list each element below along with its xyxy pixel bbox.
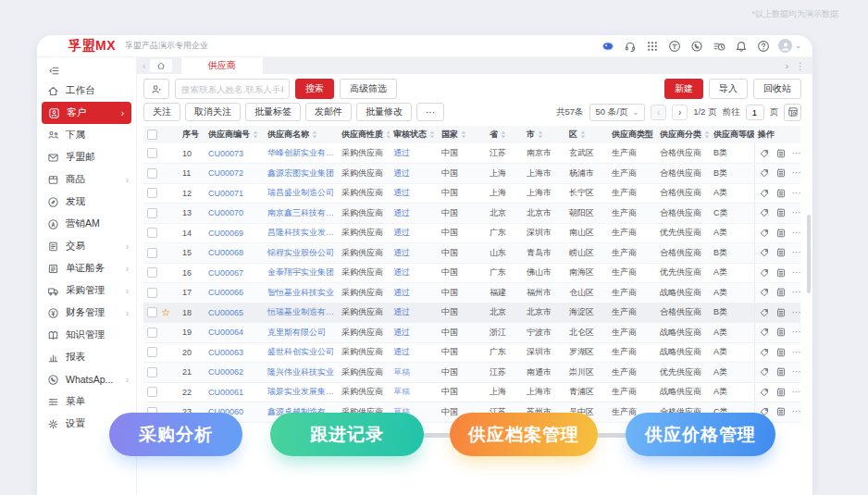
detail-list-icon[interactable] bbox=[775, 347, 787, 358]
user-avatar[interactable]: ⌄ bbox=[778, 39, 801, 53]
detail-list-icon[interactable] bbox=[775, 387, 787, 398]
import-button[interactable]: 导入 bbox=[709, 79, 748, 99]
sidebar-collapse-icon[interactable] bbox=[47, 64, 61, 78]
sidebar-item-[interactable]: 商品› bbox=[37, 168, 136, 191]
row-checkbox[interactable] bbox=[147, 228, 157, 238]
cell-supplier-name[interactable]: 南京鑫三科技有限... bbox=[264, 204, 338, 224]
row-checkbox[interactable] bbox=[147, 248, 157, 258]
cell-supplier-code[interactable]: CU00066 bbox=[205, 283, 264, 303]
col-header-供应商类型[interactable]: 供应商类型 bbox=[608, 126, 656, 143]
tag-icon[interactable] bbox=[759, 247, 770, 258]
col-header-供应商编号[interactable]: 供应商编号 bbox=[205, 126, 264, 143]
cell-supplier-code[interactable]: CU00064 bbox=[205, 323, 264, 343]
table-row[interactable]: 13CU00070南京鑫三科技有限...采购供应商通过中国北京北京市朝阳区生产商… bbox=[143, 204, 800, 224]
col-header-区[interactable]: 区 bbox=[565, 126, 608, 143]
sidebar-item-[interactable]: 采购管理› bbox=[37, 279, 136, 302]
sidebar-item-[interactable]: 知识管理 bbox=[37, 324, 136, 346]
tag-icon[interactable] bbox=[759, 327, 770, 338]
row-checkbox[interactable] bbox=[147, 148, 157, 158]
table-row[interactable]: 10CU00073华峰创新实业有限...采购供应商通过中国江苏南京市玄武区生产商… bbox=[143, 143, 800, 164]
cell-supplier-name[interactable]: 恒瑞基业制造有限... bbox=[264, 303, 338, 323]
detail-list-icon[interactable] bbox=[775, 207, 787, 218]
cell-supplier-name[interactable]: 华峰创新实业有限... bbox=[264, 143, 338, 164]
sidebar-item-[interactable]: 工作台 bbox=[37, 80, 136, 102]
cell-supplier-code[interactable]: CU00063 bbox=[205, 342, 264, 363]
more-icon[interactable]: ··· bbox=[792, 208, 801, 217]
prev-page-button[interactable]: ‹ bbox=[651, 105, 666, 120]
apps-grid-icon[interactable] bbox=[645, 39, 659, 53]
tag-icon[interactable] bbox=[759, 267, 770, 278]
star-icon[interactable] bbox=[161, 308, 170, 317]
table-row[interactable]: 11CU00072鑫源宏图实业集团采购供应商通过中国上海上海市杨浦市生产商合格供… bbox=[143, 164, 800, 184]
goto-page-input[interactable] bbox=[746, 105, 764, 120]
col-header-审核状态[interactable]: 审核状态 bbox=[390, 126, 438, 143]
detail-list-icon[interactable] bbox=[775, 327, 787, 338]
cell-supplier-code[interactable]: CU00073 bbox=[205, 143, 264, 164]
col-header-国家[interactable]: 国家 bbox=[438, 126, 486, 143]
cell-supplier-code[interactable]: CU00071 bbox=[205, 183, 264, 204]
more-icon[interactable]: ··· bbox=[792, 407, 801, 416]
tab-more-icon[interactable]: ⋮ bbox=[796, 61, 805, 71]
more-icon[interactable]: ··· bbox=[792, 248, 801, 257]
advanced-filter-button[interactable]: 高级筛选 bbox=[340, 79, 397, 99]
more-icon[interactable]: ··· bbox=[792, 367, 801, 377]
toolbar-button-批量标签[interactable]: 批量标签 bbox=[245, 103, 301, 121]
col-header-供应商名称[interactable]: 供应商名称 bbox=[264, 126, 338, 143]
status-indicator-icon[interactable] bbox=[601, 39, 614, 53]
toolbar-button-关注[interactable]: 关注 bbox=[143, 103, 180, 121]
row-checkbox[interactable] bbox=[147, 168, 157, 179]
toolbar-more-button[interactable]: ··· bbox=[416, 103, 444, 121]
cell-supplier-code[interactable]: CU00065 bbox=[205, 303, 264, 323]
cell-supplier-name[interactable]: 鑫源宏图实业集团 bbox=[264, 164, 338, 184]
row-checkbox[interactable] bbox=[147, 288, 157, 298]
row-checkbox[interactable] bbox=[147, 267, 157, 278]
table-row[interactable]: 21CU00062隆兴伟业科技实业采购供应商草稿中国江苏南通市崇川区生产商优先供… bbox=[143, 363, 800, 383]
row-checkbox[interactable] bbox=[147, 307, 157, 317]
tag-icon[interactable] bbox=[759, 287, 770, 298]
cell-supplier-code[interactable]: CU00072 bbox=[205, 164, 264, 184]
more-icon[interactable]: ··· bbox=[792, 288, 801, 297]
cell-supplier-code[interactable]: CU00067 bbox=[205, 263, 264, 283]
vertical-scrollbar[interactable] bbox=[807, 215, 811, 293]
create-button[interactable]: 新建 bbox=[664, 79, 703, 99]
sidebar-item-[interactable]: 交易› bbox=[37, 235, 136, 257]
tag-icon[interactable] bbox=[759, 188, 770, 199]
sidebar-item-[interactable]: 菜单 bbox=[37, 390, 136, 413]
table-row[interactable]: 16CU00067金泰翔宇实业集团采购供应商通过中国广东佛山市南海区生产商优先供… bbox=[143, 263, 800, 283]
sidebar-item-[interactable]: 下属 bbox=[37, 124, 136, 146]
search-button[interactable]: 搜索 bbox=[295, 79, 334, 99]
more-icon[interactable]: ··· bbox=[792, 149, 801, 158]
row-checkbox[interactable] bbox=[147, 188, 157, 198]
sidebar-item-[interactable]: 客户› bbox=[42, 102, 131, 124]
cell-supplier-name[interactable]: 盛世科创实业公司 bbox=[264, 342, 338, 363]
col-header-供应商性质[interactable]: 供应商性质 bbox=[338, 126, 390, 143]
table-row[interactable]: 15CU00068锦程实业股份公司采购供应商通过中国山东青岛市崂山区生产商合格供… bbox=[143, 243, 800, 264]
tag-icon[interactable] bbox=[759, 207, 770, 218]
table-row[interactable]: 17CU00066智恒基业科技实业采购供应商通过中国福建福州市仓山区生产商战略供… bbox=[143, 283, 800, 303]
detail-list-icon[interactable] bbox=[775, 228, 787, 239]
row-checkbox[interactable] bbox=[147, 347, 157, 357]
cell-supplier-code[interactable]: CU00062 bbox=[205, 363, 264, 383]
cell-supplier-name[interactable]: 智恒基业科技实业 bbox=[264, 283, 338, 303]
whatsapp-icon[interactable] bbox=[689, 39, 703, 53]
cell-supplier-code[interactable]: CU00068 bbox=[205, 243, 264, 264]
toolbar-button-发邮件[interactable]: 发邮件 bbox=[305, 103, 352, 121]
tab-forward-icon[interactable]: › bbox=[786, 61, 788, 71]
select-all-checkbox[interactable] bbox=[147, 130, 157, 140]
page-size-select[interactable]: 50 条/页⌄ bbox=[589, 104, 646, 121]
toolbar-button-批量修改[interactable]: 批量修改 bbox=[356, 103, 412, 121]
next-page-button[interactable]: › bbox=[672, 105, 688, 120]
recycle-bin-button[interactable]: 回收站 bbox=[753, 79, 801, 99]
more-icon[interactable]: ··· bbox=[792, 229, 801, 238]
sidebar-item-[interactable]: 发现 bbox=[37, 191, 136, 213]
floating-button-供应价格管理[interactable]: 供应价格管理 bbox=[626, 413, 775, 456]
cell-supplier-name[interactable]: 锦程实业股份公司 bbox=[264, 243, 338, 264]
table-row[interactable]: 22CU00061瑞景实业发展集团...采购供应商草稿中国上海上海市青浦区生产商… bbox=[143, 382, 800, 402]
floating-button-供应档案管理[interactable]: 供应档案管理 bbox=[450, 413, 598, 456]
tag-icon[interactable] bbox=[759, 148, 770, 159]
table-settings-icon[interactable] bbox=[784, 104, 801, 121]
sidebar-item-am[interactable]: 营销AM bbox=[37, 213, 136, 235]
sidebar-item-[interactable]: 孚盟邮 bbox=[37, 146, 136, 168]
cell-supplier-code[interactable]: CU00070 bbox=[205, 204, 264, 224]
more-icon[interactable]: ··· bbox=[792, 189, 801, 198]
